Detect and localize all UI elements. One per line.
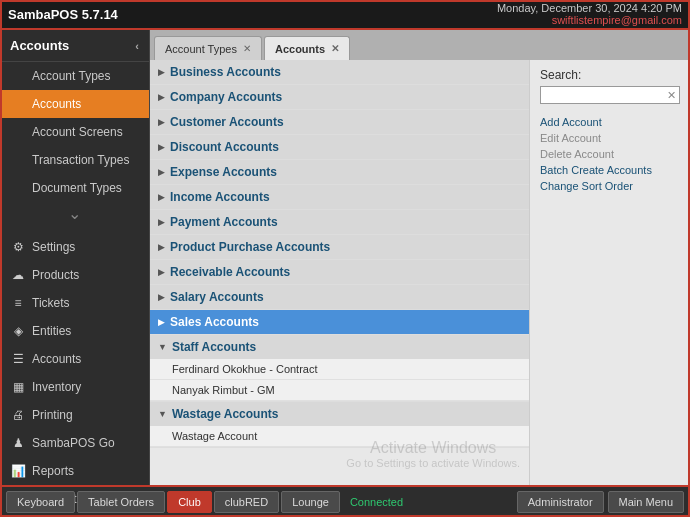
tickets-icon: ≡ (10, 296, 26, 310)
add-account-link[interactable]: Add Account (540, 114, 680, 130)
lounge-button[interactable]: Lounge (281, 491, 340, 513)
group-receivable-label: Receivable Accounts (170, 265, 290, 279)
sidebar-item-account-types[interactable]: Account Types (0, 62, 149, 90)
club-button[interactable]: Club (167, 491, 212, 513)
sidebar-accounts-label: Accounts (32, 97, 81, 111)
sidebar-item-products[interactable]: ☁ Products (0, 261, 149, 289)
group-sales-triangle: ▶ (158, 317, 165, 327)
sidebar-item-users[interactable]: 👤 Users (0, 513, 149, 517)
sidebar-document-types-label: Document Types (32, 181, 122, 195)
group-business-header[interactable]: ▶ Business Accounts (150, 60, 529, 84)
bottom-left: Keyboard Tablet Orders Club clubRED Loun… (6, 491, 411, 513)
printing-icon: 🖨 (10, 408, 26, 422)
batch-create-link[interactable]: Batch Create Accounts (540, 162, 680, 178)
clubred-button[interactable]: clubRED (214, 491, 279, 513)
settings-icon: ⚙ (10, 240, 26, 254)
tablet-orders-button[interactable]: Tablet Orders (77, 491, 165, 513)
list-item[interactable]: Ferdinard Okokhue - Contract (150, 359, 529, 380)
list-item[interactable]: Nanyak Rimbut - GM (150, 380, 529, 401)
sidebar-collapse-btn[interactable]: ‹ (135, 40, 139, 52)
delete-account-link[interactable]: Delete Account (540, 146, 680, 162)
account-list-panel[interactable]: ▶ Business Accounts ▶ Company Accounts ▶… (150, 60, 530, 485)
sidebar-account-types-label: Account Types (32, 69, 111, 83)
group-discount-header[interactable]: ▶ Discount Accounts (150, 135, 529, 159)
group-receivable: ▶ Receivable Accounts (150, 260, 529, 285)
group-receivable-header[interactable]: ▶ Receivable Accounts (150, 260, 529, 284)
group-customer-triangle: ▶ (158, 117, 165, 127)
group-customer: ▶ Customer Accounts (150, 110, 529, 135)
group-salary: ▶ Salary Accounts (150, 285, 529, 310)
list-item[interactable]: Wastage Account (150, 426, 529, 447)
title-bar: SambaPOS 5.7.14 Monday, December 30, 202… (0, 0, 690, 28)
group-sales-header[interactable]: ▶ Sales Accounts (150, 310, 529, 334)
sidebar-accounts-nav-label: Accounts (32, 352, 81, 366)
tab-account-types[interactable]: Account Types ✕ (154, 36, 262, 60)
administrator-button[interactable]: Administrator (517, 491, 604, 513)
title-right: Monday, December 30, 2024 4:20 PM swiftl… (497, 2, 682, 26)
search-box-wrap: ✕ (540, 86, 680, 104)
tab-accounts[interactable]: Accounts ✕ (264, 36, 350, 60)
sidebar-item-settings[interactable]: ⚙ Settings (0, 233, 149, 261)
group-wastage: ▼ Wastage Accounts Wastage Account (150, 402, 529, 448)
reports-icon: 📊 (10, 464, 26, 478)
group-wastage-header[interactable]: ▼ Wastage Accounts (150, 402, 529, 426)
group-product-purchase-header[interactable]: ▶ Product Purchase Accounts (150, 235, 529, 259)
group-company-triangle: ▶ (158, 92, 165, 102)
tab-accounts-close[interactable]: ✕ (331, 43, 339, 54)
sidebar-item-sambapos-go[interactable]: ♟ SambaPOS Go (0, 429, 149, 457)
group-payment-header[interactable]: ▶ Payment Accounts (150, 210, 529, 234)
keyboard-button[interactable]: Keyboard (6, 491, 75, 513)
datetime: Monday, December 30, 2024 4:20 PM (497, 2, 682, 14)
group-salary-label: Salary Accounts (170, 290, 264, 304)
right-panel: Search: ✕ Add Account Edit Account Delet… (530, 60, 690, 485)
tab-account-types-close[interactable]: ✕ (243, 43, 251, 54)
group-discount: ▶ Discount Accounts (150, 135, 529, 160)
group-company: ▶ Company Accounts (150, 85, 529, 110)
sidebar-item-account-screens[interactable]: Account Screens (0, 118, 149, 146)
sidebar-reports-label: Reports (32, 464, 74, 478)
sidebar-item-document-types[interactable]: Document Types (0, 174, 149, 202)
sidebar-more[interactable]: ⌄ (0, 202, 149, 225)
group-expense-header[interactable]: ▶ Expense Accounts (150, 160, 529, 184)
app-title: SambaPOS 5.7.14 (8, 7, 118, 22)
panel-layout: ▶ Business Accounts ▶ Company Accounts ▶… (150, 60, 690, 485)
group-income-triangle: ▶ (158, 192, 165, 202)
accounts-nav-icon: ☰ (10, 352, 26, 366)
search-clear-btn[interactable]: ✕ (664, 89, 679, 102)
sidebar-item-entities[interactable]: ◈ Entities (0, 317, 149, 345)
group-company-header[interactable]: ▶ Company Accounts (150, 85, 529, 109)
group-payment-label: Payment Accounts (170, 215, 278, 229)
group-business: ▶ Business Accounts (150, 60, 529, 85)
group-sales-label: Sales Accounts (170, 315, 259, 329)
sidebar-item-accounts-nav[interactable]: ☰ Accounts (0, 345, 149, 373)
email: swiftlistempire@gmail.com (497, 14, 682, 26)
sidebar-item-accounts[interactable]: Accounts (0, 90, 149, 118)
sidebar-tickets-label: Tickets (32, 296, 70, 310)
group-receivable-triangle: ▶ (158, 267, 165, 277)
group-expense-label: Expense Accounts (170, 165, 277, 179)
sidebar-item-transaction-types[interactable]: Transaction Types (0, 146, 149, 174)
entities-icon: ◈ (10, 324, 26, 338)
sidebar-transaction-types-label: Transaction Types (32, 153, 129, 167)
sidebar-item-inventory[interactable]: ▦ Inventory (0, 373, 149, 401)
sidebar-account-screens-label: Account Screens (32, 125, 123, 139)
sidebar-header: Accounts ‹ (0, 30, 149, 62)
change-sort-link[interactable]: Change Sort Order (540, 178, 680, 194)
group-income-header[interactable]: ▶ Income Accounts (150, 185, 529, 209)
sidebar-printing-label: Printing (32, 408, 73, 422)
sidebar-item-tickets[interactable]: ≡ Tickets (0, 289, 149, 317)
main-menu-button[interactable]: Main Menu (608, 491, 684, 513)
edit-account-link[interactable]: Edit Account (540, 130, 680, 146)
group-business-triangle: ▶ (158, 67, 165, 77)
group-wastage-triangle: ▼ (158, 409, 167, 419)
group-salary-header[interactable]: ▶ Salary Accounts (150, 285, 529, 309)
group-staff-triangle: ▼ (158, 342, 167, 352)
sidebar-sambapos-go-label: SambaPOS Go (32, 436, 115, 450)
sidebar-item-reports[interactable]: 📊 Reports (0, 457, 149, 485)
group-staff-header[interactable]: ▼ Staff Accounts (150, 335, 529, 359)
sidebar-item-printing[interactable]: 🖨 Printing (0, 401, 149, 429)
tab-account-types-label: Account Types (165, 43, 237, 55)
search-input[interactable] (541, 87, 664, 103)
tab-bar: Account Types ✕ Accounts ✕ (150, 30, 690, 60)
group-customer-header[interactable]: ▶ Customer Accounts (150, 110, 529, 134)
